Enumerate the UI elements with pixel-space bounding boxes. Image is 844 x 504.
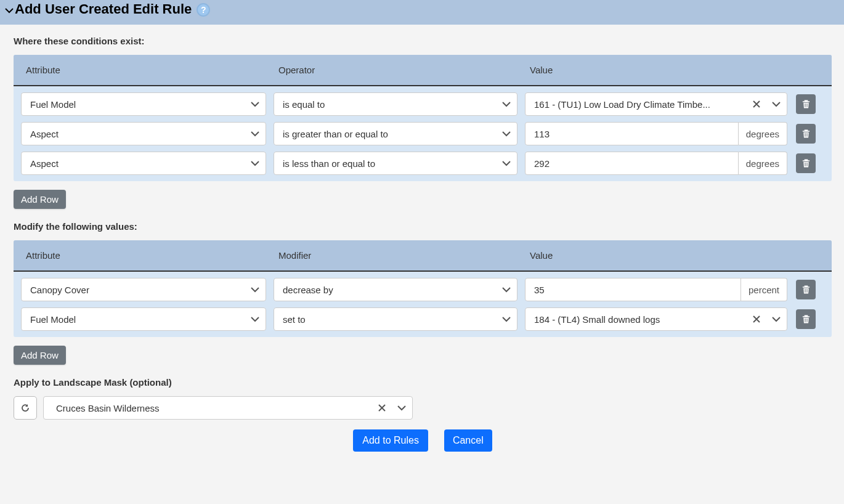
chevron-down-icon[interactable] bbox=[502, 159, 511, 168]
modifier-row: Fuel Model set to 184 - (TL4) Small down… bbox=[14, 301, 832, 337]
cancel-button[interactable]: Cancel bbox=[444, 429, 492, 452]
delete-row-button[interactable] bbox=[796, 94, 816, 114]
modifier-modifier-select[interactable]: decrease by bbox=[274, 278, 517, 301]
condition-value-input-unit: degrees bbox=[739, 122, 787, 145]
clear-icon[interactable] bbox=[752, 315, 761, 323]
clear-icon[interactable] bbox=[752, 100, 761, 108]
chevron-down-icon[interactable] bbox=[772, 315, 781, 323]
delete-row-button[interactable] bbox=[796, 280, 816, 299]
modifier-attribute-select[interactable]: Fuel Model bbox=[21, 307, 266, 331]
chevron-down-icon[interactable] bbox=[772, 100, 781, 108]
refresh-mask-button[interactable] bbox=[14, 396, 37, 420]
condition-value-input[interactable]: 113 bbox=[525, 122, 739, 145]
col-actions bbox=[807, 250, 823, 261]
footer-actions: Add to Rules Cancel bbox=[14, 429, 832, 452]
condition-row: Aspect is less than or equal to 292 degr… bbox=[14, 145, 832, 181]
add-modifier-row-button[interactable]: Add Row bbox=[14, 346, 66, 365]
col-operator: Operator bbox=[275, 65, 526, 75]
modifiers-header-row: Attribute Modifier Value bbox=[14, 240, 832, 272]
col-attribute: Attribute bbox=[22, 250, 275, 261]
chevron-down-icon[interactable] bbox=[397, 404, 406, 412]
page-header: Add User Created Edit Rule ? bbox=[0, 0, 844, 25]
mask-value: Cruces Basin Wilderness bbox=[56, 403, 378, 413]
chevron-down-icon[interactable] bbox=[251, 159, 259, 168]
clear-icon[interactable] bbox=[378, 404, 386, 412]
mask-label: Apply to Landscape Mask (optional) bbox=[14, 377, 832, 388]
condition-attribute-select[interactable]: Fuel Model bbox=[21, 92, 266, 116]
modifier-value-input-unit: percent bbox=[741, 278, 787, 301]
add-condition-row-button[interactable]: Add Row bbox=[14, 190, 66, 209]
condition-value-combo[interactable]: 161 - (TU1) Low Load Dry Climate Timbe..… bbox=[525, 92, 787, 116]
condition-row: Fuel Model is equal to 161 - (TU1) Low L… bbox=[14, 86, 832, 116]
col-value: Value bbox=[526, 250, 786, 261]
conditions-header-row: Attribute Operator Value bbox=[14, 55, 832, 86]
col-attribute: Attribute bbox=[22, 65, 275, 75]
modifier-modifier-select[interactable]: set to bbox=[274, 307, 517, 331]
chevron-down-icon[interactable] bbox=[502, 285, 511, 294]
condition-attribute-select[interactable]: Aspect bbox=[21, 122, 266, 145]
modifiers-label: Modify the following values: bbox=[14, 221, 832, 232]
add-to-rules-button[interactable]: Add to Rules bbox=[353, 429, 428, 452]
chevron-down-icon[interactable] bbox=[251, 129, 259, 138]
modifier-attribute-select[interactable]: Canopy Cover bbox=[21, 278, 266, 301]
delete-row-button[interactable] bbox=[796, 153, 816, 173]
delete-row-button[interactable] bbox=[796, 309, 816, 329]
condition-value-input-unit: degrees bbox=[739, 152, 787, 175]
help-icon[interactable]: ? bbox=[197, 3, 210, 17]
mask-row: Cruces Basin Wilderness bbox=[14, 396, 832, 420]
col-modifier: Modifier bbox=[275, 250, 526, 261]
conditions-label: Where these conditions exist: bbox=[14, 36, 832, 46]
delete-row-button[interactable] bbox=[796, 124, 816, 144]
chevron-down-icon[interactable] bbox=[251, 315, 259, 323]
modifier-value-combo[interactable]: 184 - (TL4) Small downed logs bbox=[525, 307, 787, 331]
modifier-value-input[interactable]: 35 bbox=[525, 278, 741, 301]
page-title: Add User Created Edit Rule bbox=[15, 1, 192, 17]
condition-row: Aspect is greater than or equal to 113 d… bbox=[14, 116, 832, 145]
modifiers-table: Attribute Modifier Value Canopy Cover de… bbox=[14, 240, 832, 337]
chevron-down-icon[interactable] bbox=[251, 100, 259, 108]
condition-operator-select[interactable]: is less than or equal to bbox=[274, 152, 517, 175]
condition-operator-select[interactable]: is equal to bbox=[274, 92, 517, 116]
chevron-down-icon[interactable] bbox=[502, 129, 511, 138]
col-actions bbox=[807, 65, 823, 75]
mask-combo[interactable]: Cruces Basin Wilderness bbox=[43, 396, 413, 420]
modifier-row: Canopy Cover decrease by 35 percent bbox=[14, 272, 832, 301]
col-value: Value bbox=[526, 65, 786, 75]
conditions-table: Attribute Operator Value Fuel Model is e… bbox=[14, 55, 832, 181]
chevron-down-icon[interactable] bbox=[251, 285, 259, 294]
condition-value-input[interactable]: 292 bbox=[525, 152, 739, 175]
chevron-down-icon[interactable] bbox=[502, 100, 511, 108]
condition-operator-select[interactable]: is greater than or equal to bbox=[274, 122, 517, 145]
chevron-down-icon[interactable] bbox=[502, 315, 511, 323]
condition-attribute-select[interactable]: Aspect bbox=[21, 152, 266, 175]
collapse-icon[interactable] bbox=[5, 6, 14, 15]
